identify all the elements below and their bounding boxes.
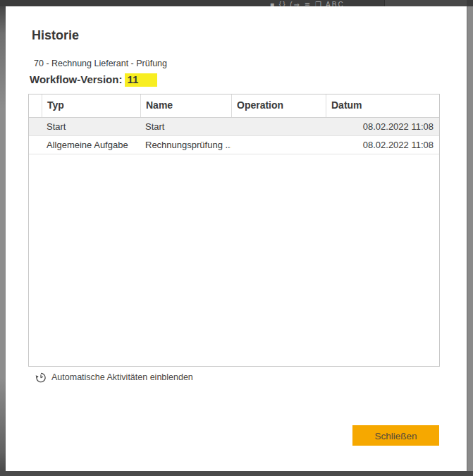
workflow-name-label: 70 - Rechnung Lieferant - Prüfung — [34, 59, 167, 68]
row-selector-cell — [29, 118, 42, 135]
cell-operation — [231, 118, 326, 135]
window-border-bottom — [0, 471, 473, 476]
table-row[interactable]: Start Start 08.02.2022 11:08 — [29, 118, 439, 136]
row-selector-cell — [29, 136, 42, 154]
cell-datum: 08.02.2022 11:08 — [326, 136, 439, 154]
table-row[interactable]: Allgemeine Aufgabe Rechnungsprüfung ... … — [29, 136, 439, 154]
close-button[interactable]: Schließen — [352, 425, 439, 446]
background-toolbar-segment — [384, 0, 467, 6]
history-dialog-window: ■ {} (⇒ ≣ ❐ ABC Historie 70 - Rechnung L… — [0, 0, 473, 476]
workflow-version-label: Workflow-Version: — [30, 73, 122, 85]
cell-name: Rechnungsprüfung ... — [140, 136, 231, 154]
workflow-version-line: Workflow-Version:11 — [30, 73, 157, 87]
workflow-version-value: 11 — [125, 73, 157, 87]
table-header-row: Typ Name Operation Datum — [29, 94, 439, 118]
dialog-title: Historie — [32, 28, 79, 43]
show-automatic-activities-toggle[interactable]: Automatische Aktivitäten einblenden — [35, 372, 193, 383]
column-header-datum: Datum — [326, 94, 439, 117]
cell-name: Start — [140, 118, 231, 135]
cell-datum: 08.02.2022 11:08 — [326, 118, 439, 135]
column-header-empty — [29, 94, 42, 117]
column-header-name: Name — [140, 94, 231, 117]
window-border-right — [467, 6, 473, 471]
history-table: Typ Name Operation Datum Start Start 08.… — [28, 94, 440, 367]
cell-typ: Start — [42, 118, 140, 135]
background-toolbar-icons: ■ {} (⇒ ≣ ❐ ABC — [270, 0, 345, 6]
background-window-toolbar: ■ {} (⇒ ≣ ❐ ABC — [0, 0, 473, 6]
cell-typ: Allgemeine Aufgabe — [42, 136, 140, 154]
window-border-left — [0, 6, 6, 471]
column-header-typ: Typ — [42, 94, 140, 117]
history-clock-icon — [35, 372, 47, 383]
column-header-operation: Operation — [231, 94, 326, 117]
cell-operation — [231, 136, 326, 154]
show-automatic-activities-label: Automatische Aktivitäten einblenden — [51, 372, 193, 382]
